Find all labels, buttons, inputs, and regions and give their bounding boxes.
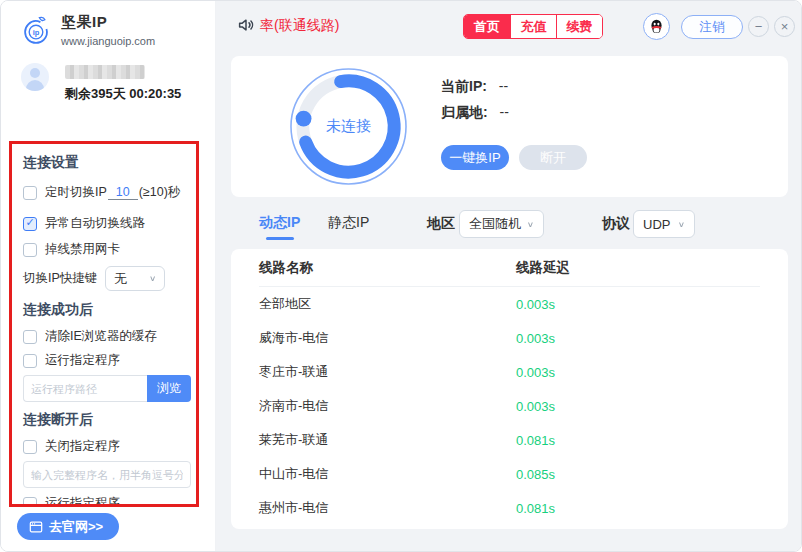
minimize-button[interactable]: − [748,16,769,37]
nav-tab-home[interactable]: 首页 [464,15,510,38]
timed-switch-seconds-input[interactable]: 10 [108,186,138,200]
run-program-path-input[interactable] [23,375,147,402]
current-ip-label: 当前IP: [441,78,487,94]
official-site-button[interactable]: 去官网>> [17,513,119,540]
topbar: 率(联通线路) 首页 充值 续费 注销 − × [216,1,802,51]
disconnect-button[interactable]: 断开 [519,145,587,170]
line-name: 中山市-电信 [259,465,516,483]
region-label: 地区 [427,215,455,233]
tab-static-ip[interactable]: 静态IP [328,214,369,232]
col-line-latency: 线路延迟 [516,259,760,277]
auto-switch-checkbox[interactable] [23,217,37,231]
line-name: 威海市-电信 [259,329,516,347]
section-title-connection: 连接设置 [23,154,188,172]
protocol-select[interactable]: UDP ∨ [633,210,695,238]
app-url: www.jianguoip.com [61,35,155,47]
app-title: 坚果IP [61,13,155,32]
line-name: 惠州市-电信 [259,499,516,517]
timed-switch-label-suffix: (≥10)秒 [139,184,181,201]
close-program-checkbox[interactable] [23,440,37,454]
disable-nic-label: 掉线禁用网卡 [45,241,120,258]
official-site-label: 去官网>> [49,518,103,536]
nav-tab-group: 首页 充值 续费 [463,14,603,39]
table-row[interactable]: 惠州市-电信 0.081s [259,491,760,525]
sidebar: ip 坚果IP www.jianguoip.com 剩余395天 00:20:3… [1,1,216,552]
speaker-icon [237,16,255,34]
browser-window-icon [29,520,43,534]
run-program2-row: 运行指定程序 [23,495,188,507]
hotkey-value: 无 [114,270,127,288]
line-latency: 0.081s [516,501,760,516]
line-name: 济南市-电信 [259,397,516,415]
region-select[interactable]: 全国随机 ∨ [459,210,544,238]
connection-state-text: 未连接 [289,67,408,186]
col-line-name: 线路名称 [259,259,516,277]
current-ip-value: -- [499,78,508,94]
user-avatar [21,63,49,91]
clear-ie-label: 清除IE浏览器的缓存 [45,328,157,345]
line-latency: 0.003s [516,399,760,414]
hotkey-select[interactable]: 无 ∨ [105,266,165,291]
clear-ie-row: 清除IE浏览器的缓存 [23,328,188,345]
username-redacted [65,65,145,79]
run-program2-label: 运行指定程序 [45,495,120,507]
protocol-value: UDP [643,217,670,232]
qq-penguin-icon [648,18,665,35]
change-ip-button[interactable]: 一键换IP [441,145,509,170]
run-program-checkbox[interactable] [23,354,37,368]
table-row[interactable]: 莱芜市-联通 0.081s [259,423,760,457]
auto-switch-label: 异常自动切换线路 [45,215,145,232]
connection-status-card: 未连接 当前IP: -- 归属地: -- 一键换IP 断开 [231,56,788,197]
disable-nic-checkbox[interactable] [23,243,37,257]
chevron-down-icon: ∨ [527,220,534,229]
table-header: 线路名称 线路延迟 [259,249,760,287]
section-title-after-disconnect: 连接断开后 [23,411,188,429]
hotkey-label: 切换IP快捷键 [23,270,97,287]
line-table-card: 线路名称 线路延迟 全部地区 0.003s 威海市-电信 0.003s 枣庄市-… [231,249,788,529]
current-ip-line: 当前IP: -- [441,78,508,96]
nav-tab-renew[interactable]: 续费 [556,15,602,38]
run-program-row: 运行指定程序 [23,352,188,369]
line-name: 莱芜市-联通 [259,431,516,449]
line-filters: 动态IP 静态IP 地区 全国随机 ∨ 协议 UDP ∨ [216,206,802,248]
run-program2-checkbox[interactable] [23,497,37,508]
region-value: 全国随机 [469,215,521,233]
nav-tab-recharge[interactable]: 充值 [510,15,556,38]
timed-switch-checkbox[interactable] [23,186,37,200]
table-row[interactable]: 济南市-电信 0.003s [259,389,760,423]
app-logo: ip 坚果IP www.jianguoip.com [21,13,155,47]
table-row[interactable]: 全部地区 0.003s [259,287,760,321]
tab-dynamic-ip[interactable]: 动态IP [259,214,300,232]
hotkey-row: 切换IP快捷键 无 ∨ [23,266,188,291]
app-window: ip 坚果IP www.jianguoip.com 剩余395天 00:20:3… [0,0,802,552]
chevron-down-icon: ∨ [678,220,685,229]
location-value: -- [500,104,509,120]
timed-switch-label-prefix: 定时切换IP [45,184,107,201]
table-row[interactable]: 中山市-电信 0.085s [259,457,760,491]
run-program-label: 运行指定程序 [45,352,120,369]
section-title-after-connect: 连接成功后 [23,301,188,319]
table-row[interactable]: 枣庄市-联通 0.003s [259,355,760,389]
close-button[interactable]: × [774,16,795,37]
connection-settings-panel: 连接设置 定时切换IP 10 (≥10)秒 异常自动切换线路 掉线禁用网卡 切换… [9,141,199,507]
line-latency: 0.081s [516,433,760,448]
disable-nic-row: 掉线禁用网卡 [23,241,188,258]
chevron-down-icon: ∨ [149,274,156,283]
clear-ie-checkbox[interactable] [23,330,37,344]
announcement-text: 率(联通线路) [260,17,339,35]
protocol-label: 协议 [602,215,630,233]
line-latency: 0.003s [516,331,760,346]
timed-switch-row: 定时切换IP 10 (≥10)秒 [23,184,188,201]
logout-button[interactable]: 注销 [681,15,743,39]
qq-contact-button[interactable] [643,13,670,40]
svg-text:ip: ip [33,28,40,37]
table-row[interactable]: 威海市-电信 0.003s [259,321,760,355]
close-program-row: 关闭指定程序 [23,438,188,455]
run-program-path-row: 浏览 [23,375,191,402]
nut-ip-logo-icon: ip [21,15,51,45]
main-area: 率(联通线路) 首页 充值 续费 注销 − × [216,1,802,552]
browse-button[interactable]: 浏览 [147,375,191,402]
line-latency: 0.085s [516,467,760,482]
location-label: 归属地: [441,104,488,120]
program-names-input[interactable] [23,461,191,488]
